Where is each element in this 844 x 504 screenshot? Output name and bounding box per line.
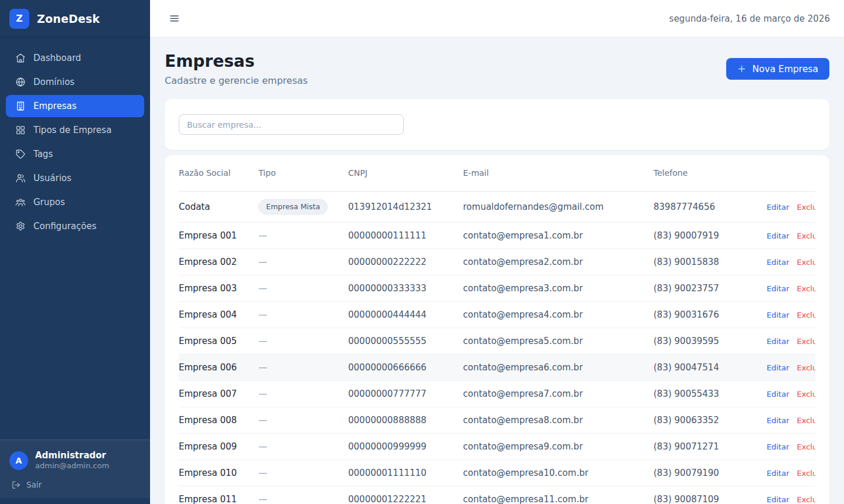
cell-telefone: (83) 90031676 (654, 302, 767, 328)
edit-link[interactable]: Editar (767, 311, 789, 319)
cell-tipo: — (258, 407, 348, 434)
delete-link[interactable]: Excluir (797, 442, 816, 451)
table-row: Empresa 002—00000000222222contato@empres… (179, 249, 815, 275)
grid-icon (15, 125, 26, 135)
menu-toggle-button[interactable] (169, 13, 179, 23)
new-company-button[interactable]: Nova Empresa (726, 58, 829, 80)
cell-email: romualdofernandes@gmail.com (463, 192, 654, 223)
sidebar-item-dominios[interactable]: Domínios (6, 71, 144, 93)
table-row: Empresa 009—00000000999999contato@empres… (179, 434, 815, 460)
table-row: Empresa 007—00000000777777contato@empres… (179, 381, 815, 407)
cell-email: contato@empresa10.com.br (463, 460, 654, 486)
cell-razao-social: Empresa 009 (179, 434, 258, 460)
edit-link[interactable]: Editar (767, 469, 789, 478)
empty-value: — (258, 415, 267, 425)
empty-value: — (258, 257, 267, 267)
cell-telefone: (83) 90007919 (654, 223, 767, 249)
sidebar-item-usuarios[interactable]: Usuários (6, 167, 144, 189)
app-root: Z ZoneDesk DashboardDomíniosEmpresasTipo… (0, 0, 844, 504)
edit-link[interactable]: Editar (767, 231, 789, 240)
delete-link[interactable]: Excluir (797, 416, 816, 425)
delete-link[interactable]: Excluir (797, 203, 816, 212)
cell-razao-social: Empresa 010 (179, 460, 258, 486)
cell-email: contato@empresa7.com.br (463, 381, 654, 407)
cell-telefone: (83) 90047514 (654, 355, 767, 381)
sidebar-item-label: Tipos de Empresa (33, 125, 111, 135)
cell-actions: EditarExcluir (767, 328, 815, 355)
avatar-initial: A (16, 456, 22, 465)
cell-razao-social: Empresa 007 (179, 381, 258, 407)
sidebar-item-dashboard[interactable]: Dashboard (6, 47, 144, 69)
sidebar-item-grupos[interactable]: Grupos (6, 191, 144, 213)
logout-button[interactable]: Sair (9, 479, 141, 490)
cell-tipo: — (258, 434, 348, 460)
cell-razao-social: Empresa 006 (179, 355, 258, 381)
new-company-button-label: Nova Empresa (752, 64, 818, 74)
sidebar-item-label: Domínios (33, 77, 74, 87)
table-row: CodataEmpresa Mista013912014d12321romual… (179, 192, 815, 223)
empty-value: — (258, 230, 267, 241)
logout-icon (11, 479, 21, 490)
cell-tipo: — (258, 381, 348, 407)
cell-email: contato@empresa11.com.br (463, 486, 654, 504)
cell-telefone: (83) 90087109 (654, 486, 767, 504)
page-title: Empresas (165, 52, 308, 71)
cell-actions: EditarExcluir (767, 275, 815, 302)
sidebar-item-tipos-de-empresa[interactable]: Tipos de Empresa (6, 119, 144, 141)
app-name: ZoneDesk (37, 12, 100, 25)
cell-tipo: — (258, 355, 348, 381)
profile-info: Administrador admin@admin.com (35, 450, 109, 471)
delete-link[interactable]: Excluir (797, 495, 816, 504)
edit-link[interactable]: Editar (767, 363, 789, 372)
profile-email: admin@admin.com (35, 461, 109, 471)
delete-link[interactable]: Excluir (797, 469, 816, 478)
sidebar-item-label: Grupos (33, 197, 65, 207)
cell-actions: EditarExcluir (767, 302, 815, 328)
sidebar-spacer (0, 247, 150, 440)
empty-value: — (258, 283, 267, 294)
delete-link[interactable]: Excluir (797, 337, 816, 346)
edit-link[interactable]: Editar (767, 442, 789, 451)
cell-tipo: — (258, 302, 348, 328)
edit-link[interactable]: Editar (767, 284, 789, 293)
cell-tipo: Empresa Mista (258, 192, 348, 223)
sidebar-item-tags[interactable]: Tags (6, 143, 144, 165)
cell-tipo: — (258, 460, 348, 486)
search-input[interactable] (179, 114, 404, 135)
delete-link[interactable]: Excluir (797, 258, 816, 267)
sidebar-item-empresas[interactable]: Empresas (6, 95, 144, 117)
building-icon (15, 101, 26, 111)
cell-razao-social: Empresa 003 (179, 275, 258, 302)
page-header-titles: Empresas Cadastre e gerencie empresas (165, 52, 308, 86)
edit-link[interactable]: Editar (767, 258, 789, 267)
delete-link[interactable]: Excluir (797, 284, 816, 293)
cell-telefone: (83) 90071271 (654, 434, 767, 460)
edit-link[interactable]: Editar (767, 203, 789, 212)
cell-tipo: — (258, 486, 348, 504)
cell-telefone: (83) 90079190 (654, 460, 767, 486)
edit-link[interactable]: Editar (767, 390, 789, 399)
cell-razao-social: Empresa 011 (179, 486, 258, 504)
edit-link[interactable]: Editar (767, 337, 789, 346)
cell-cnpj: 00000000222222 (348, 249, 463, 275)
table-row: Empresa 010—00000001111110contato@empres… (179, 460, 815, 486)
page-content: Empresas Cadastre e gerencie empresas No… (150, 38, 844, 504)
empty-value: — (258, 389, 267, 399)
cell-actions: EditarExcluir (767, 486, 815, 504)
cell-actions: EditarExcluir (767, 434, 815, 460)
delete-link[interactable]: Excluir (797, 231, 816, 240)
app-logo-initial: Z (16, 13, 23, 24)
cell-actions: EditarExcluir (767, 249, 815, 275)
delete-link[interactable]: Excluir (797, 363, 816, 372)
cell-razao-social: Empresa 008 (179, 407, 258, 434)
delete-link[interactable]: Excluir (797, 390, 816, 399)
cell-razao-social: Empresa 002 (179, 249, 258, 275)
delete-link[interactable]: Excluir (797, 311, 816, 319)
edit-link[interactable]: Editar (767, 495, 789, 504)
cell-telefone: 83987774656 (654, 192, 767, 223)
edit-link[interactable]: Editar (767, 416, 789, 425)
sidebar-item-configuracoes[interactable]: Configurações (6, 215, 144, 237)
search-card (165, 99, 829, 150)
column-header-actions (767, 155, 815, 192)
cell-email: contato@empresa1.com.br (463, 223, 654, 249)
